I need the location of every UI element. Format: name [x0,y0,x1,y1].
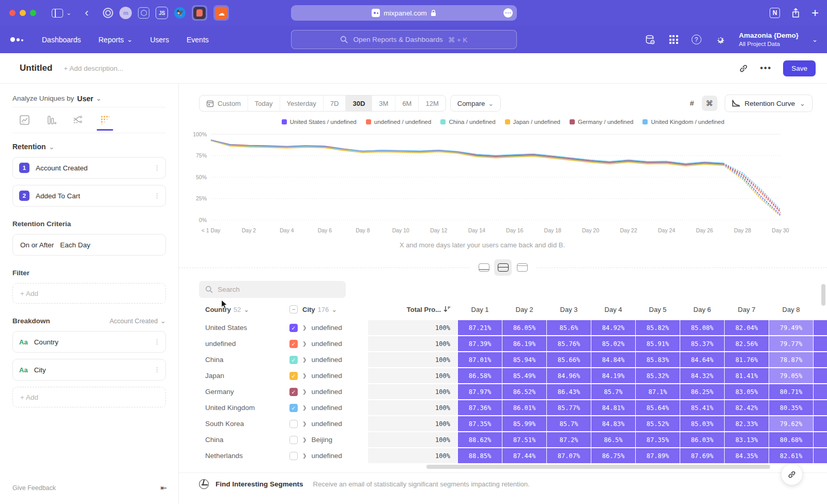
breakdown-add-button[interactable]: + Add [12,387,166,407]
chevron-down-icon[interactable]: ⌄ [66,9,71,17]
retention-value-cell[interactable]: 85.08% [680,320,724,335]
table-row[interactable]: Netherlands❯undefined100%88.85%87.44%87.… [199,448,827,463]
window-controls[interactable] [9,10,36,16]
legend-item[interactable]: United States / undefined [282,119,357,125]
range-yesterday[interactable]: Yesterday [280,96,324,111]
chart-type-selector[interactable]: Retention Curve⌄ [725,94,813,112]
expand-row-icon[interactable]: ❯ [302,341,307,346]
legend-item[interactable]: Japan / undefined [505,119,560,125]
retention-value-cell[interactable]: 84.19% [591,368,635,383]
day-column-header[interactable]: Day 3 [547,302,591,317]
nav-events[interactable]: Events [187,36,209,44]
collapse-sidebar-icon[interactable]: ⇤ [160,483,167,493]
range-3m[interactable]: 3M [372,96,395,111]
retention-value-cell[interactable]: 82.04% [725,320,769,335]
legend-item[interactable]: Germany / undefined [570,119,633,125]
close-window-icon[interactable] [9,10,16,16]
retention-value-cell[interactable]: 85.41% [680,400,724,415]
range-6m[interactable]: 6M [395,96,419,111]
retention-value-cell[interactable]: 83.13% [725,432,769,447]
retention-value-cell[interactable]: 85.52% [636,416,680,431]
retention-value-cell[interactable]: 87.1% [636,384,680,399]
more-options-icon[interactable]: ••• [760,64,772,73]
expand-row-icon[interactable]: ❯ [302,405,307,411]
report-title[interactable]: Untitled [20,63,52,73]
retention-value-cell[interactable]: 81.76% [725,352,769,367]
expand-row-icon[interactable]: ❯ [302,389,307,395]
row-checkbox[interactable]: ✓ [289,404,298,412]
retention-value-cell[interactable]: 84.96% [547,368,591,383]
retention-value-cell[interactable]: 82.61% [769,448,813,463]
bird-icon[interactable]: 🦅 [174,7,186,19]
retention-value-cell[interactable]: 86.52% [502,384,546,399]
table-search-input[interactable]: Search [199,281,346,298]
row-checkbox[interactable]: ✓ [289,340,298,348]
range-12m[interactable]: 12M [419,96,445,111]
legend-item[interactable]: undefined / undefined [366,119,432,125]
day-column-header[interactable]: Day 7 [725,302,769,317]
retention-value-cell[interactable]: 85.6% [547,320,591,335]
retention-value-cell[interactable]: 87.44% [502,448,546,463]
page-options-icon[interactable] [503,8,513,18]
retention-value-cell[interactable]: 87.01% [458,352,502,367]
expand-row-icon[interactable]: ❯ [302,357,307,363]
retention-section-title[interactable]: Retention⌄ [12,143,166,151]
layout-table-focus-button[interactable] [513,259,531,276]
retention-value-cell[interactable]: 87.51% [502,432,546,447]
retention-value-cell[interactable]: 82.42% [725,400,769,415]
table-row[interactable]: China❯Beijing100%88.62%87.51%87.2%86.5%8… [199,432,827,447]
legend-item[interactable]: United Kingdom / undefined [642,119,724,125]
retention-value-cell[interactable]: 85.49% [502,368,546,383]
retention-value-cell[interactable]: 87.69% [680,448,724,463]
range-today[interactable]: Today [248,96,280,111]
retention-value-cell[interactable]: 85.76% [547,336,591,351]
retention-value-cell[interactable]: 82.56% [725,336,769,351]
breakdown-card-country[interactable]: Aa Country ⋮ [12,331,166,353]
retention-value-cell[interactable]: 84.35% [725,448,769,463]
data-management-icon[interactable] [645,34,656,45]
kebab-menu-icon[interactable]: ⋮ [154,369,159,371]
table-row[interactable]: United States✓❯undefined100%87.21%86.05%… [199,320,827,335]
kebab-menu-icon[interactable]: ⋮ [154,341,159,343]
retention-value-cell[interactable]: 87.36% [458,400,502,415]
chevron-down-icon[interactable]: ⌄ [812,36,818,43]
nav-dashboards[interactable]: Dashboards [42,36,81,44]
table-row[interactable]: United Kingdom✓❯undefined100%87.36%86.01… [199,400,827,415]
command-toggle-button[interactable]: ⌘ [702,96,717,111]
project-switcher[interactable]: Amazonia {Demo} All Project Data [739,32,799,48]
add-description[interactable]: + Add description... [64,65,123,72]
grid-toggle-button[interactable]: # [684,96,700,111]
give-feedback-link[interactable]: Give Feedback [12,484,56,492]
retention-value-cell[interactable]: 79.77% [769,336,813,351]
retention-value-cell[interactable]: 78.87% [769,352,813,367]
step-card-2[interactable]: 2 Added To Cart ⋮ [12,185,166,207]
tab-funnels[interactable] [44,110,58,131]
retention-value-cell[interactable]: 87.07% [547,448,591,463]
table-row[interactable]: undefined✓❯undefined100%87.39%86.19%85.7… [199,336,827,351]
retention-value-cell[interactable]: 80.71% [769,384,813,399]
retention-value-cell[interactable]: 79.49% [769,320,813,335]
step-event-name[interactable]: Account Created [36,164,88,172]
share-link-fab[interactable] [782,464,802,485]
day-column-header[interactable]: Day 4 [591,302,635,317]
day-column-header[interactable]: Day 5 [636,302,680,317]
retention-value-cell[interactable]: 87.35% [458,416,502,431]
criteria-period[interactable]: Each Day [60,241,90,249]
range-custom[interactable]: Custom [200,96,248,111]
copy-link-icon[interactable] [739,64,748,73]
breakdown-card-city[interactable]: Aa City ⋮ [12,359,166,381]
kebab-menu-icon[interactable]: ⋮ [154,195,159,197]
retention-value-cell[interactable]: 85.02% [591,336,635,351]
retention-value-cell[interactable]: 87.97% [458,384,502,399]
expand-row-icon[interactable]: ❯ [302,453,307,459]
mixpanel-logo[interactable] [10,37,23,42]
retention-value-cell[interactable]: 85.32% [636,368,680,383]
cube-icon[interactable]: ⬡ [138,7,149,19]
retention-value-cell[interactable]: 86.75% [591,448,635,463]
retention-value-cell[interactable]: 86.03% [680,432,724,447]
retention-value-cell[interactable]: 85.37% [680,336,724,351]
tab-insights[interactable] [18,110,31,131]
nav-reports[interactable]: Reports⌄ [99,36,133,44]
filter-add-button[interactable]: + Add [12,283,166,304]
retention-value-cell[interactable]: 88.85% [458,448,502,463]
